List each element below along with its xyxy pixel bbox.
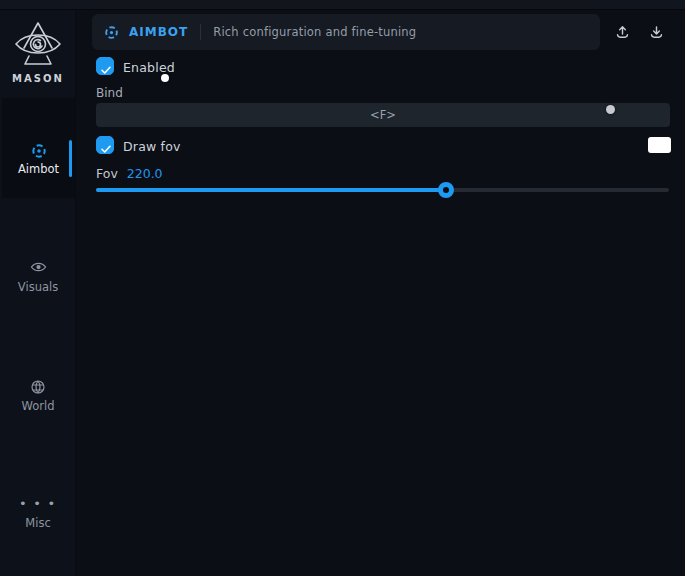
enabled-label: Enabled xyxy=(123,60,175,75)
check-icon xyxy=(100,140,112,159)
draw-fov-color-swatch[interactable] xyxy=(648,137,671,153)
download-config-button[interactable] xyxy=(644,20,668,44)
draw-fov-checkbox[interactable] xyxy=(96,136,114,154)
header-divider xyxy=(200,24,201,40)
bind-label: Bind xyxy=(96,86,123,100)
fov-value: 220.0 xyxy=(127,166,163,181)
bind-key-input[interactable]: <F> xyxy=(96,103,670,127)
download-icon xyxy=(648,24,665,41)
sidebar-item-label: Aimbot xyxy=(2,162,75,176)
app-logo: MASON xyxy=(0,20,76,84)
sidebar-item-misc[interactable]: • • • Misc xyxy=(0,496,76,530)
fov-label-row: Fov 220.0 xyxy=(96,166,163,181)
particle-dot xyxy=(606,105,615,114)
ellipsis-icon: • • • xyxy=(0,496,76,512)
crosshair-icon xyxy=(2,143,75,163)
sidebar-item-world[interactable]: World xyxy=(0,379,76,413)
sidebar-item-label: World xyxy=(0,399,76,413)
check-icon xyxy=(100,61,112,80)
section-title: AIMBOT xyxy=(129,25,188,39)
logo-label: MASON xyxy=(0,73,76,84)
fov-slider-fill xyxy=(96,188,446,192)
sidebar-item-visuals[interactable]: Visuals xyxy=(0,260,76,294)
fov-slider[interactable] xyxy=(96,180,669,200)
fov-label: Fov xyxy=(96,166,118,181)
app-window: MASON Aimbot Visuals xyxy=(0,0,685,576)
main-panel: AIMBOT Rich configuration and fine-tunin… xyxy=(77,10,685,576)
enabled-checkbox[interactable] xyxy=(96,57,114,75)
crosshair-icon xyxy=(104,25,119,40)
sidebar-item-label: Visuals xyxy=(0,280,76,294)
sidebar-item-aimbot[interactable]: Aimbot xyxy=(2,98,75,198)
top-strip xyxy=(0,0,685,10)
eye-icon xyxy=(0,260,76,276)
section-subtitle: Rich configuration and fine-tuning xyxy=(213,25,416,39)
eye-pyramid-icon xyxy=(0,20,76,70)
bind-key-value: <F> xyxy=(370,108,396,122)
globe-icon xyxy=(0,379,76,395)
section-header: AIMBOT Rich configuration and fine-tunin… xyxy=(92,14,600,50)
sidebar: MASON Aimbot Visuals xyxy=(0,10,76,576)
upload-config-button[interactable] xyxy=(610,20,634,44)
fov-slider-thumb[interactable] xyxy=(438,182,454,198)
upload-icon xyxy=(614,24,631,41)
mouse-cursor-dot xyxy=(161,74,169,82)
draw-fov-label: Draw fov xyxy=(123,139,181,154)
sidebar-item-label: Misc xyxy=(0,516,76,530)
